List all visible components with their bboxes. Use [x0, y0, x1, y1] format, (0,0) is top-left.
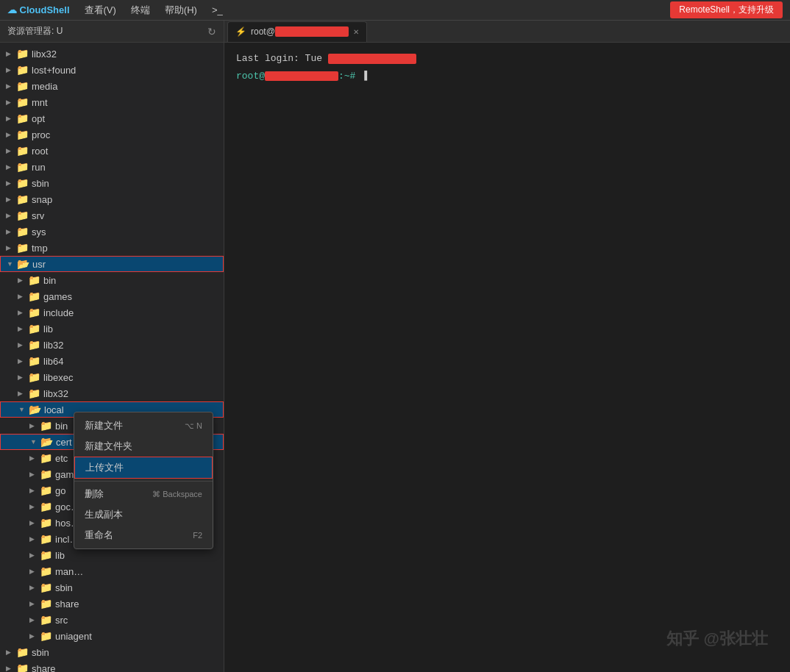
tree-item-snap[interactable]: ▶ 📁 snap [0, 191, 224, 207]
collapse-arrow: ▶ [6, 648, 16, 656]
tree-item-local-man[interactable]: ▶ 📁 man… [0, 563, 224, 579]
folder-icon: 📁 [16, 662, 29, 672]
folder-icon: 📁 [28, 290, 40, 302]
tree-item-label: opt [32, 113, 45, 124]
collapse-arrow: ▶ [29, 568, 40, 575]
collapse-arrow: ▶ [29, 471, 40, 478]
refresh-icon[interactable]: ↻ [207, 26, 216, 37]
tree-item-label: include [43, 307, 74, 318]
tree-item-local-lib[interactable]: ▶ 📁 lib [0, 547, 224, 563]
tree-item-root[interactable]: ▶ 📁 root [0, 143, 224, 159]
collapse-arrow: ▶ [6, 212, 16, 219]
tree-item-usr-games[interactable]: ▶ 📁 games [0, 288, 224, 304]
context-menu-rename[interactable]: 重命名 F2 [74, 525, 213, 546]
collapse-arrow: ▶ [18, 309, 28, 316]
folder-icon: 📁 [28, 274, 40, 286]
collapse-arrow: ▶ [29, 616, 40, 623]
context-menu-new-folder[interactable]: 新建文件夹 [74, 436, 213, 457]
tree-item-local-sbin[interactable]: ▶ 📁 sbin [0, 579, 224, 596]
folder-icon: 📁 [16, 161, 29, 173]
context-menu-duplicate[interactable]: 生成副本 [74, 504, 213, 525]
menubar: ☁ CloudShell 查看(V) 终端 帮助(H) >_ RemoteShe… [0, 0, 790, 21]
collapse-arrow: ▶ [6, 244, 16, 251]
tree-item-libx32[interactable]: ▶ 📁 libx32 [0, 46, 224, 62]
menu-terminal[interactable]: 终端 [125, 2, 156, 18]
tree-item-label: local [44, 404, 64, 415]
tree-item-local-uniagent[interactable]: ▶ 📁 uniagent [0, 628, 224, 644]
terminal-prompt: root@:~# [236, 71, 355, 82]
folder-icon: 📁 [40, 565, 52, 577]
collapse-arrow: ▶ [18, 293, 28, 300]
collapse-arrow: ▶ [6, 50, 16, 57]
tree-item-label: man… [55, 566, 83, 577]
terminal-tab[interactable]: ⚡ root@ ✕ [227, 21, 367, 42]
tree-item-local-share[interactable]: ▶ 📁 share [0, 596, 224, 612]
menu-help[interactable]: 帮助(H) [159, 2, 203, 18]
sidebar: 资源管理器: U ↻ ▶ 📁 libx32 ▶ 📁 lost+found ▶ 📁… [0, 21, 224, 672]
tree-item-label: tmp [32, 243, 48, 254]
collapse-arrow: ▶ [18, 325, 28, 332]
collapse-arrow: ▶ [29, 503, 40, 510]
folder-icon: 📁 [28, 371, 40, 383]
tree-item-proc[interactable]: ▶ 📁 proc [0, 126, 224, 143]
tab-close-button[interactable]: ✕ [353, 28, 359, 36]
terminal-content[interactable]: Last login: Tue root@:~# ▌ [224, 43, 790, 672]
context-menu-delete[interactable]: 删除 ⌘ Backspace [74, 484, 213, 504]
collapse-arrow: ▶ [29, 487, 40, 494]
tree-item-label: share [32, 663, 56, 673]
folder-icon: 📁 [40, 630, 52, 642]
tree-item-usr-lib32[interactable]: ▶ 📁 lib32 [0, 337, 224, 353]
collapse-arrow: ▶ [18, 390, 28, 397]
app-logo[interactable]: ☁ CloudShell [7, 4, 70, 15]
tree-item-root-sbin[interactable]: ▶ 📁 sbin [0, 644, 224, 660]
collapse-arrow: ▶ [29, 584, 40, 591]
tree-item-usr-lib64[interactable]: ▶ 📁 lib64 [0, 353, 224, 369]
tree-item-mnt[interactable]: ▶ 📁 mnt [0, 94, 224, 110]
tree-item-media[interactable]: ▶ 📁 media [0, 78, 224, 94]
tree-item-usr-bin[interactable]: ▶ 📁 bin [0, 272, 224, 288]
folder-icon: 📁 [40, 452, 52, 464]
collapse-arrow: ▶ [6, 99, 16, 106]
folder-icon: 📁 [16, 646, 29, 658]
folder-icon: 📁 [28, 323, 40, 335]
collapse-arrow: ▶ [6, 163, 16, 171]
tree-item-usr[interactable]: ▼ 📂 usr [0, 256, 224, 272]
context-menu-upload[interactable]: 上传文件 [74, 457, 213, 479]
tree-item-usr-lib[interactable]: ▶ 📁 lib [0, 321, 224, 337]
tree-item-local-src[interactable]: ▶ 📁 src [0, 612, 224, 628]
tree-item-usr-libx32[interactable]: ▶ 📁 libx32 [0, 385, 224, 401]
tree-item-srv[interactable]: ▶ 📁 srv [0, 207, 224, 224]
folder-icon: 📁 [16, 96, 29, 108]
menu-shell[interactable]: >_ [206, 3, 229, 17]
collapse-arrow: ▶ [6, 147, 16, 154]
tree-item-tmp[interactable]: ▶ 📁 tmp [0, 240, 224, 256]
tree-item-label: games [43, 291, 72, 302]
tree-item-label: src [55, 615, 68, 626]
menu-view[interactable]: 查看(V) [79, 2, 122, 18]
tree-item-sbin[interactable]: ▶ 📁 sbin [0, 175, 224, 191]
tree-item-opt[interactable]: ▶ 📁 opt [0, 110, 224, 126]
context-menu-delete-shortcut: ⌘ Backspace [152, 490, 202, 499]
tree-item-usr-libexec[interactable]: ▶ 📁 libexec [0, 369, 224, 385]
tree-item-root-share[interactable]: ▶ 📁 share [0, 660, 224, 672]
collapse-arrow: ▶ [29, 632, 40, 640]
collapse-arrow: ▶ [6, 131, 16, 138]
tree-item-label: cert [56, 437, 72, 448]
tree-item-usr-include[interactable]: ▶ 📁 include [0, 304, 224, 321]
context-menu-delete-label: 删除 [85, 487, 104, 501]
tree-item-label: lib32 [43, 340, 63, 351]
tree-item-label: usr [32, 259, 46, 270]
tree-item-label: run [32, 162, 46, 173]
folder-icon: 📁 [40, 517, 52, 529]
context-menu-duplicate-label: 生成副本 [85, 508, 123, 521]
tree-item-lost-found[interactable]: ▶ 📁 lost+found [0, 62, 224, 78]
main-layout: 资源管理器: U ↻ ▶ 📁 libx32 ▶ 📁 lost+found ▶ 📁… [0, 21, 790, 672]
context-menu-new-file[interactable]: 新建文件 ⌥ N [74, 415, 213, 436]
terminal-login-line: Last login: Tue [236, 51, 778, 66]
folder-icon: 📁 [16, 226, 29, 237]
tree-item-sys[interactable]: ▶ 📁 sys [0, 224, 224, 240]
folder-icon: 📁 [40, 614, 52, 626]
tree-item-run[interactable]: ▶ 📁 run [0, 159, 224, 175]
tree-item-label: share [55, 598, 79, 610]
remote-shell-button[interactable]: RemoteShell，支持升级 [670, 1, 783, 18]
